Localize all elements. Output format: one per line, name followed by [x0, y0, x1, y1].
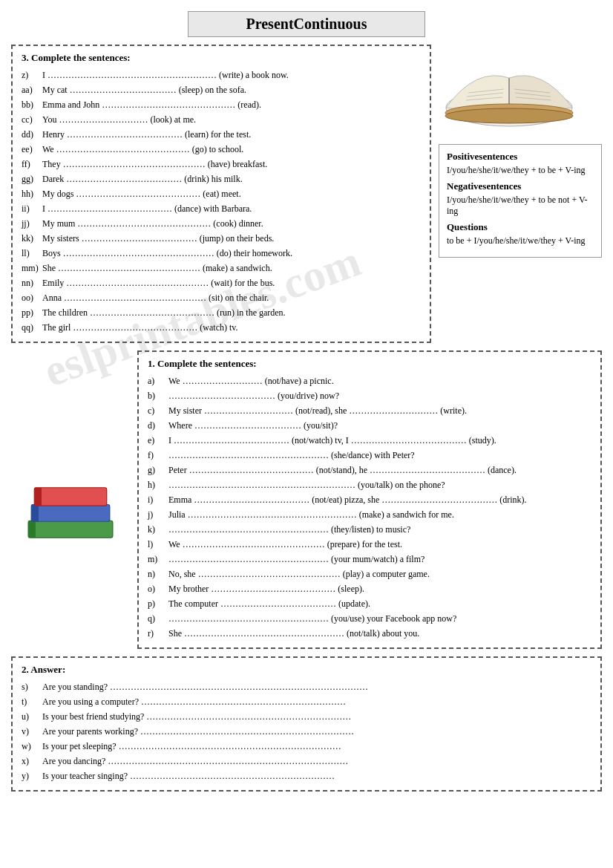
exercise1-box: 1. Complete the sentences: a)We ……………………… — [137, 350, 602, 649]
item-label: gg) — [22, 172, 42, 186]
exercise1-lines: a)We ……………………… (not/have) a picnic.b)………… — [148, 374, 591, 640]
list-item: dd)Henry ………………………………… (learn) for the t… — [22, 128, 421, 141]
list-item: gg)Darek ………………………………… (drink) his milk. — [22, 172, 421, 186]
list-item: a)We ……………………… (not/have) a picnic. — [148, 374, 591, 388]
list-item: w)Is your pet sleeping? …………………………………………… — [22, 740, 591, 753]
negative-title: Negativesentences — [447, 180, 594, 192]
item-label: cc) — [22, 113, 42, 126]
item-text: Where ……………………………… (you/sit)? — [168, 419, 591, 432]
item-label: ii) — [22, 202, 42, 215]
item-text: Henry ………………………………… (learn) for the test… — [42, 128, 421, 141]
item-text: I ………………………………………………… (write) a book now… — [42, 68, 421, 82]
exercise2-box: 2. Answer: s)Are you standing? ………………………… — [11, 656, 602, 792]
item-text: We ………………………………………… (prepare) for the te… — [168, 538, 591, 551]
right-panel: Positivesentences I/you/he/she/it/we/the… — [439, 45, 602, 343]
item-text: My sister ………………………… (not/read), she ………… — [168, 404, 591, 417]
list-item: e)I ………………………………… (not/watch) tv, I …………… — [148, 434, 591, 447]
list-item: z)I ………………………………………………… (write) a book n… — [22, 68, 421, 82]
item-label: x) — [22, 754, 42, 768]
list-item: b)……………………………… (you/drive) now? — [148, 389, 591, 402]
list-item: oo)Anna ………………………………………… (sit) on the ch… — [22, 291, 421, 304]
item-label: qq) — [22, 321, 42, 334]
exercise2-heading: 2. Answer: — [22, 664, 591, 676]
item-text: The girl …………………………………… (watch) tv. — [42, 321, 421, 334]
item-text: You ………………………… (look) at me. — [42, 113, 421, 126]
list-item: m)……………………………………………… (your mum/watch) a … — [148, 552, 591, 566]
item-text: The children …………………………………… (run) in the… — [42, 306, 421, 319]
list-item: hh)My dogs …………………………………… (eat) meet. — [22, 187, 421, 200]
item-text: ……………………………………………… (you/use) your Facebo… — [168, 612, 591, 625]
item-text: Are you standing? …………………………………………………………… — [42, 680, 591, 694]
item-label: d) — [148, 419, 168, 432]
item-text: We ……………………………………… (go) to school. — [42, 143, 421, 156]
list-item: ll)Boys …………………………………………… (do) their hom… — [22, 247, 421, 260]
item-label: hh) — [22, 187, 42, 200]
svg-rect-11 — [28, 521, 36, 538]
item-text: I ………………………………… (not/watch) tv, I ………………… — [168, 434, 591, 447]
list-item: y)Is your teacher singing? …………………………………… — [22, 769, 591, 783]
svg-rect-15 — [34, 488, 42, 506]
item-label: z) — [22, 68, 42, 82]
item-text: ……………………………………………… (they/listen) to musi… — [168, 523, 591, 536]
item-label: b) — [148, 389, 168, 402]
questions-text: to be + I/you/he/she/it/we/they + V-ing — [447, 235, 594, 247]
item-text: Anna ………………………………………… (sit) on the chair… — [42, 291, 421, 304]
item-text: No, she ………………………………………… (play) a comput… — [168, 567, 591, 581]
item-label: pp) — [22, 306, 42, 319]
item-text: ……………………………………………… (your mum/watch) a fi… — [168, 552, 591, 566]
item-label: p) — [148, 597, 168, 610]
list-item: ii)I …………………………………… (dance) with Barbara… — [22, 202, 421, 215]
item-label: f) — [148, 448, 168, 462]
item-text: She ………………………………………… (make) a sandwich. — [42, 261, 421, 275]
item-text: Is your pet sleeping? ………………………………………………… — [42, 740, 591, 753]
list-item: c)My sister ………………………… (not/read), she …… — [148, 404, 591, 417]
svg-rect-13 — [31, 505, 39, 522]
list-item: pp)The children …………………………………… (run) in … — [22, 306, 421, 319]
item-text: ……………………………………………………… (you/talk) on the … — [168, 478, 591, 492]
item-text: Darek ………………………………… (drink) his milk. — [42, 172, 421, 186]
item-label: l) — [148, 538, 168, 551]
item-label: t) — [22, 695, 42, 708]
item-text: Emily ………………………………………… (wait) for the bu… — [42, 276, 421, 290]
list-item: i)Emma ………………………………… (not/eat) pizza, sh… — [148, 493, 591, 506]
item-label: y) — [22, 769, 42, 783]
item-text: My cat ……………………………… (sleep) on the sofa. — [42, 83, 421, 97]
exercise3-box: 3. Complete the sentences: z)I ………………………… — [11, 45, 431, 343]
item-text: Are you using a computer? ……………………………………… — [42, 695, 591, 708]
item-text: My mum ……………………………………… (cook) dinner. — [42, 217, 421, 230]
negative-text: I/you/he/she/it/we/they + to be not + V-… — [447, 195, 594, 217]
item-label: s) — [22, 680, 42, 694]
item-text: Julia ………………………………………………… (make) a sandw… — [168, 508, 591, 521]
open-book-image — [439, 45, 602, 137]
stack-books-image — [11, 350, 130, 649]
item-text: My sisters ………………………………… (jump) on their… — [42, 232, 421, 245]
item-label: n) — [148, 567, 168, 581]
item-label: j) — [148, 508, 168, 521]
grammar-box: Positivesentences I/you/he/she/it/we/the… — [439, 144, 602, 258]
item-label: ff) — [22, 157, 42, 171]
item-text: Emma and John ……………………………………… (read). — [42, 98, 421, 111]
list-item: j)Julia ………………………………………………… (make) a san… — [148, 508, 591, 521]
exercise3-lines: z)I ………………………………………………… (write) a book n… — [22, 68, 421, 334]
list-item: u)Is your best friend studying? ……………………… — [22, 710, 591, 723]
item-label: u) — [22, 710, 42, 723]
list-item: mm)She ………………………………………… (make) a sandwic… — [22, 261, 421, 275]
item-label: h) — [148, 478, 168, 492]
list-item: nn)Emily ………………………………………… (wait) for the… — [22, 276, 421, 290]
exercise1-heading: 1. Complete the sentences: — [148, 358, 591, 370]
item-label: q) — [148, 612, 168, 625]
page-title: PresentContinuous — [188, 11, 425, 37]
item-label: o) — [148, 582, 168, 595]
list-item: x)Are you dancing? ………………………………………………………… — [22, 754, 591, 768]
list-item: s)Are you standing? ……………………………………………………… — [22, 680, 591, 694]
svg-rect-12 — [31, 505, 110, 522]
list-item: t)Are you using a computer? ………………………………… — [22, 695, 591, 708]
item-text: I …………………………………… (dance) with Barbara. — [42, 202, 421, 215]
item-text: Are your parents working? ……………………………………… — [42, 725, 591, 738]
item-text: My brother …………………………………… (sleep). — [168, 582, 591, 595]
item-text: Emma ………………………………… (not/eat) pizza, she … — [168, 493, 591, 506]
list-item: jj)My mum ……………………………………… (cook) dinner. — [22, 217, 421, 230]
exercise2-lines: s)Are you standing? ……………………………………………………… — [22, 680, 591, 783]
item-label: aa) — [22, 83, 42, 97]
list-item: ee)We ……………………………………… (go) to school. — [22, 143, 421, 156]
